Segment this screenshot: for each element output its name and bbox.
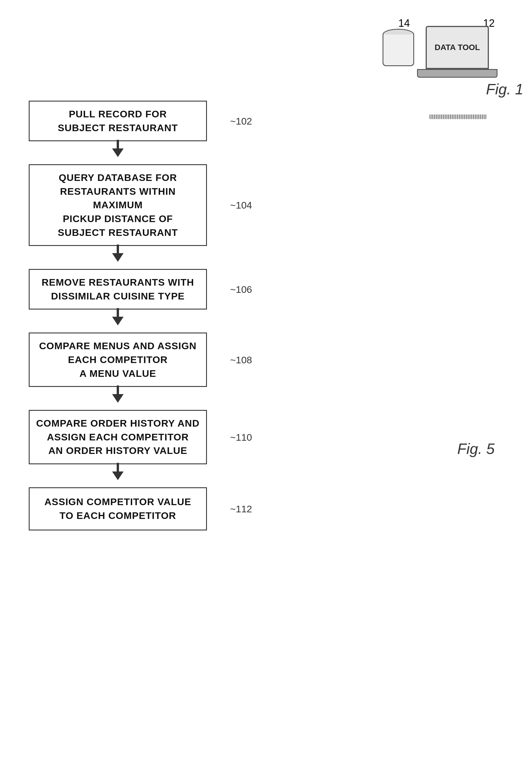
arrow-5 [29,464,207,487]
flow-box-112-text: ASSIGN COMPETITOR VALUETO EACH COMPETITO… [44,495,191,522]
laptop-screen: DATA TOOL [426,26,489,69]
box-wrapper-112: ASSIGN COMPETITOR VALUETO EACH COMPETITO… [29,487,230,530]
flow-label-106: ~106 [230,284,252,295]
flow-label-110: ~110 [230,431,252,443]
flow-box-104: QUERY DATABASE FORRESTAURANTS WITHIN MAX… [29,164,207,246]
arrow-4 [29,387,207,410]
laptop-base [417,69,497,78]
illustration-area: 14 12 DATA TOOL [354,17,497,127]
laptop-keyboard [429,115,487,119]
cylinder-body [383,35,414,66]
flow-box-102: PULL RECORD FORSUBJECT RESTAURANT ~102 [29,101,207,141]
flow-box-104-text: QUERY DATABASE FORRESTAURANTS WITHIN MAX… [35,171,200,239]
fig1-label: Fig. 1 [486,81,523,98]
flow-box-102-text: PULL RECORD FORSUBJECT RESTAURANT [58,107,178,135]
box-wrapper-106: REMOVE RESTAURANTS WITHDISSIMILAR CUISIN… [29,269,230,310]
database-cylinder [383,29,414,69]
flow-box-112: ASSIGN COMPETITOR VALUETO EACH COMPETITO… [29,487,207,530]
flow-label-102: ~102 [230,115,252,127]
fig5-label: Fig. 5 [457,440,495,457]
arrow-down-3 [112,317,124,325]
box-wrapper-108: COMPARE MENUS AND ASSIGNEACH COMPETITORA… [29,333,230,387]
flow-box-106: REMOVE RESTAURANTS WITHDISSIMILAR CUISIN… [29,269,207,310]
arrow-down-4 [112,394,124,403]
laptop-illustration: DATA TOOL [417,26,497,89]
page: 14 12 DATA TOOL Fig. 1 Fig. 5 PULL RECOR… [0,0,532,781]
arrow-down-5 [112,471,124,480]
flow-label-108: ~108 [230,354,252,365]
arrow-down-2 [112,253,124,262]
box-wrapper-110: COMPARE ORDER HISTORY ANDASSIGN EACH COM… [29,410,230,464]
arrow-3 [29,310,207,333]
ref-label-14: 14 [398,17,410,29]
box-wrapper-104: QUERY DATABASE FORRESTAURANTS WITHIN MAX… [29,164,230,246]
data-tool-label: DATA TOOL [435,42,480,53]
flow-box-108-text: COMPARE MENUS AND ASSIGNEACH COMPETITORA… [39,339,196,380]
flow-box-106-text: REMOVE RESTAURANTS WITHDISSIMILAR CUISIN… [42,276,194,303]
flow-label-104: ~104 [230,200,252,211]
flow-box-108: COMPARE MENUS AND ASSIGNEACH COMPETITORA… [29,333,207,387]
flow-label-112: ~112 [230,503,252,515]
flow-box-110-text: COMPARE ORDER HISTORY ANDASSIGN EACH COM… [36,416,200,458]
flow-box-110: COMPARE ORDER HISTORY ANDASSIGN EACH COM… [29,410,207,464]
arrow-2 [29,246,207,269]
arrow-down-1 [112,149,124,157]
arrow-1 [29,141,207,164]
box-wrapper-102: PULL RECORD FORSUBJECT RESTAURANT ~102 [29,101,230,141]
flowchart: PULL RECORD FORSUBJECT RESTAURANT ~102 Q… [29,101,230,530]
